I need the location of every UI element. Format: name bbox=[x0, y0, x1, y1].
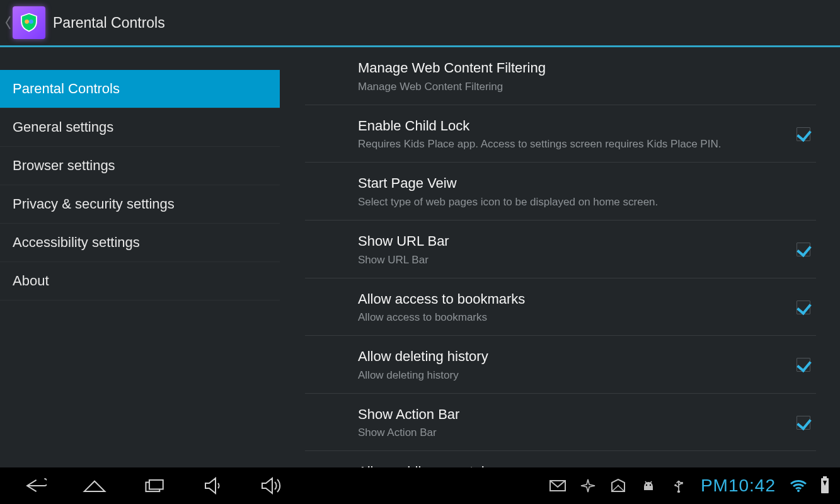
setting-row-start-page-veiw[interactable]: Start Page VeiwSelect type of web pages … bbox=[305, 163, 816, 220]
setting-subtitle: Allow access to bookmarks bbox=[358, 311, 791, 325]
setting-subtitle: Show Action Bar bbox=[358, 426, 791, 440]
main-area: Parental ControlsGeneral settingsBrowser… bbox=[0, 47, 840, 467]
svg-line-7 bbox=[645, 481, 647, 483]
sidebar-item-general-settings[interactable]: General settings bbox=[0, 108, 280, 147]
setting-text: Show URL BarShow URL Bar bbox=[305, 232, 791, 268]
setting-title: Show URL Bar bbox=[358, 232, 791, 251]
svg-point-1 bbox=[29, 20, 33, 24]
sidebar-item-browser-settings[interactable]: Browser settings bbox=[0, 147, 280, 185]
setting-title: Start Page Veiw bbox=[358, 174, 816, 193]
setting-title: Allow adding new tab bbox=[358, 462, 791, 467]
setting-row-show-action-bar[interactable]: Show Action BarShow Action Bar bbox=[305, 394, 816, 452]
nav-home-icon[interactable] bbox=[82, 477, 107, 495]
svg-point-9 bbox=[674, 484, 676, 486]
status-sparkle-icon[interactable] bbox=[580, 479, 596, 493]
setting-subtitle: Show URL Bar bbox=[358, 253, 791, 268]
setting-text: Manage Web Content FilteringManage Web C… bbox=[305, 59, 816, 94]
nav-recents-icon[interactable] bbox=[142, 477, 168, 495]
sidebar-item-about[interactable]: About bbox=[0, 262, 280, 301]
status-battery-charging-icon[interactable] bbox=[821, 478, 829, 493]
setting-subtitle: Requires Kids Place app. Access to setti… bbox=[358, 137, 791, 152]
system-nav-bar: PM10:42 bbox=[0, 467, 840, 504]
sidebar-item-label: Parental Controls bbox=[13, 81, 120, 97]
status-clock[interactable]: PM10:42 bbox=[701, 476, 776, 496]
checkbox[interactable] bbox=[797, 416, 810, 430]
checkbox[interactable] bbox=[797, 243, 810, 256]
volume-up-icon[interactable] bbox=[260, 476, 285, 495]
setting-row-manage-web-content-filtering[interactable]: Manage Web Content FilteringManage Web C… bbox=[305, 47, 816, 105]
setting-row-allow-deleting-history[interactable]: Allow deleting historyAllow deleting his… bbox=[305, 336, 816, 394]
back-chevron-icon[interactable] bbox=[5, 15, 11, 30]
setting-title: Allow deleting history bbox=[358, 347, 791, 366]
sidebar-item-label: Privacy & security settings bbox=[13, 196, 175, 212]
sidebar-item-accessibility-settings[interactable]: Accessibility settings bbox=[0, 224, 280, 262]
svg-rect-10 bbox=[681, 482, 682, 484]
svg-rect-3 bbox=[149, 480, 163, 490]
status-mail-icon[interactable] bbox=[549, 479, 566, 493]
svg-point-5 bbox=[646, 484, 647, 486]
setting-subtitle: Select type of web pages icon to be disp… bbox=[358, 195, 816, 210]
setting-checkbox-wrap bbox=[791, 127, 816, 141]
setting-subtitle: Manage Web Content Filtering bbox=[358, 80, 816, 94]
sidebar-item-label: Browser settings bbox=[13, 158, 115, 174]
svg-point-6 bbox=[650, 484, 651, 486]
setting-text: Allow deleting historyAllow deleting his… bbox=[305, 347, 791, 383]
volume-down-icon[interactable] bbox=[203, 477, 224, 495]
app-root: Parental Controls Parental ControlsGener… bbox=[0, 0, 840, 504]
setting-checkbox-wrap bbox=[791, 416, 816, 430]
sidebar-item-parental-controls[interactable]: Parental Controls bbox=[0, 70, 280, 108]
sidebar-item-label: Accessibility settings bbox=[13, 234, 140, 251]
app-icon-shield[interactable] bbox=[13, 6, 45, 39]
svg-point-0 bbox=[25, 20, 29, 24]
setting-row-allow-adding-new-tab[interactable]: Allow adding new tabAllow adding new tab bbox=[305, 451, 816, 467]
status-android-icon[interactable] bbox=[640, 479, 657, 493]
page-title: Parental Controls bbox=[53, 14, 165, 32]
checkbox[interactable] bbox=[797, 301, 810, 314]
checkbox[interactable] bbox=[797, 358, 810, 372]
nav-back-icon[interactable] bbox=[21, 477, 47, 495]
setting-text: Allow access to bookmarksAllow access to… bbox=[305, 290, 791, 326]
status-usb-icon[interactable] bbox=[670, 479, 687, 493]
setting-row-enable-child-lock[interactable]: Enable Child LockRequires Kids Place app… bbox=[305, 105, 816, 163]
sidebar: Parental ControlsGeneral settingsBrowser… bbox=[0, 47, 280, 467]
setting-text: Start Page VeiwSelect type of web pages … bbox=[305, 174, 816, 210]
checkbox[interactable] bbox=[797, 127, 810, 141]
top-app-bar: Parental Controls bbox=[0, 0, 840, 45]
setting-checkbox-wrap bbox=[791, 358, 816, 372]
setting-text: Enable Child LockRequires Kids Place app… bbox=[305, 117, 791, 152]
setting-text: Show Action BarShow Action Bar bbox=[305, 405, 791, 441]
setting-title: Allow access to bookmarks bbox=[358, 290, 791, 309]
settings-content[interactable]: Manage Web Content FilteringManage Web C… bbox=[280, 47, 840, 467]
setting-text: Allow adding new tabAllow adding new tab bbox=[305, 462, 791, 467]
setting-title: Show Action Bar bbox=[358, 405, 791, 424]
setting-checkbox-wrap bbox=[791, 301, 816, 314]
setting-checkbox-wrap bbox=[791, 243, 816, 256]
svg-line-8 bbox=[650, 481, 652, 483]
setting-title: Manage Web Content Filtering bbox=[358, 59, 816, 77]
setting-row-allow-access-to-bookmarks[interactable]: Allow access to bookmarksAllow access to… bbox=[305, 278, 816, 336]
svg-point-12 bbox=[797, 490, 800, 492]
sidebar-item-privacy-security-settings[interactable]: Privacy & security settings bbox=[0, 185, 280, 224]
setting-row-show-url-bar[interactable]: Show URL BarShow URL Bar bbox=[305, 220, 816, 278]
setting-subtitle: Allow deleting history bbox=[358, 369, 791, 383]
sidebar-item-label: General settings bbox=[13, 119, 113, 135]
sidebar-item-label: About bbox=[13, 273, 49, 289]
status-wifi-icon[interactable] bbox=[790, 479, 807, 493]
status-playstore-icon[interactable] bbox=[610, 479, 626, 493]
setting-title: Enable Child Lock bbox=[358, 117, 791, 135]
svg-point-11 bbox=[677, 490, 680, 493]
